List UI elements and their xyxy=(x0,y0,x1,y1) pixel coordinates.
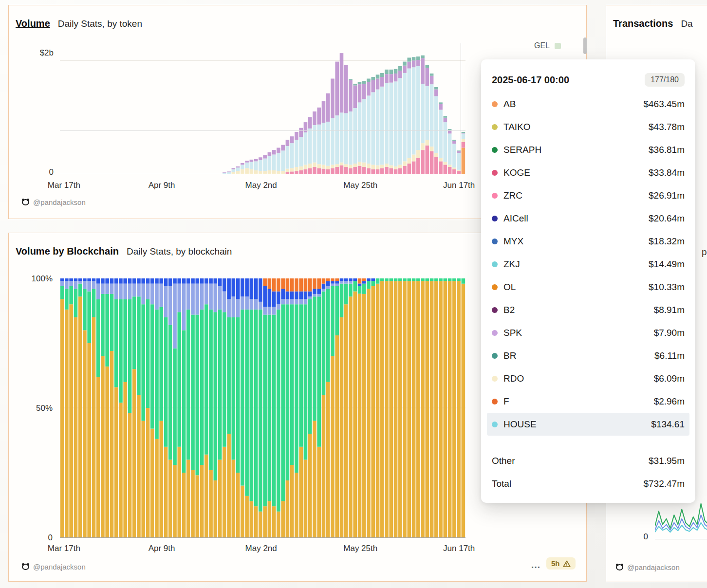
token-value: $6.09m xyxy=(654,373,685,384)
tooltip-row-rdo: RDO$6.09m xyxy=(492,367,685,390)
tooltip-row-koge: KOGE$33.84m xyxy=(492,161,685,184)
volume-chart[interactable] xyxy=(60,49,465,174)
token-label: SPK xyxy=(503,328,522,338)
token-value: $26.91m xyxy=(649,190,685,201)
staleness-badge[interactable]: 5h xyxy=(546,557,576,570)
crosshair-vertical xyxy=(461,43,461,174)
volume-x-ticks: Mar 17thApr 9thMay 2ndMay 25thJun 17th xyxy=(60,181,465,191)
tooltip-row-spk: SPK$7.90m xyxy=(492,321,685,344)
token-color-dot xyxy=(492,124,498,130)
other-label: Other xyxy=(492,456,515,466)
tooltip-row-zrc: ZRC$26.91m xyxy=(492,184,685,207)
token-value: $6.11m xyxy=(654,350,685,361)
y-axis-max-label: $2b xyxy=(23,48,54,58)
tooltip-row-myx: MYX$18.32m xyxy=(492,230,685,253)
token-label: AB xyxy=(503,99,516,110)
blockchain-chart[interactable] xyxy=(60,278,465,537)
x-axis-line xyxy=(60,174,465,174)
legend-scrollbar-thumb[interactable] xyxy=(583,37,587,54)
x-tick-label: Apr 9th xyxy=(149,181,175,190)
y-axis-100-label: 100% xyxy=(22,274,53,284)
token-value: $10.33m xyxy=(649,282,685,293)
legend-item-gel[interactable]: GEL xyxy=(534,41,550,50)
token-label: HOUSE xyxy=(503,419,537,430)
attribution-handle[interactable]: @pandajackson xyxy=(33,563,86,571)
token-value: $7.90m xyxy=(654,328,685,338)
attribution-handle[interactable]: @pandajackson xyxy=(33,198,86,206)
other-value: $31.95m xyxy=(649,456,685,466)
token-color-dot xyxy=(492,239,498,244)
token-value: $43.78m xyxy=(649,122,685,132)
chart-tooltip: 2025-06-17 00:00 177/180 AB$463.45mTAIKO… xyxy=(481,59,695,503)
x-tick-label: Jun 17th xyxy=(443,544,475,553)
token-label: KOGE xyxy=(503,167,530,178)
tooltip-counter: 177/180 xyxy=(645,73,685,87)
total-label: Total xyxy=(492,478,511,489)
token-label: SERAPH xyxy=(503,145,541,155)
tooltip-row-house: HOUSE$134.61 xyxy=(487,413,689,436)
gel-swatch-icon xyxy=(555,43,561,49)
x-tick-label: May 2nd xyxy=(245,181,277,190)
y-axis-zero-label: 0 xyxy=(22,533,53,543)
tooltip-row-zkj: ZKJ$14.49m xyxy=(492,253,685,276)
panda-icon xyxy=(22,564,29,570)
token-label: AICell xyxy=(503,213,528,224)
x-tick-label: Apr 9th xyxy=(149,544,175,553)
blockchain-x-ticks: Mar 17thApr 9thMay 2ndMay 25thJun 17th xyxy=(60,544,465,554)
transactions-panel-title: Transactions xyxy=(613,18,673,29)
token-value: $18.32m xyxy=(649,236,685,247)
tooltip-row-aicell: AICell$20.64m xyxy=(492,207,685,230)
token-label: OL xyxy=(503,282,516,293)
token-color-dot xyxy=(492,399,498,404)
x-tick-label: May 25th xyxy=(343,181,377,190)
attribution: @pandajackson xyxy=(22,563,86,571)
token-value: $134.61 xyxy=(651,419,685,430)
y-axis-zero-label: 0 xyxy=(618,532,648,542)
tooltip-total-row: Total $732.47m xyxy=(492,472,685,495)
volume-panel-subtitle: Daily Stats, by token xyxy=(58,18,142,29)
token-color-dot xyxy=(492,330,498,336)
token-color-dot xyxy=(492,261,498,267)
token-legend: GEL xyxy=(534,41,561,50)
panda-icon xyxy=(616,564,623,570)
tooltip-divider-gap xyxy=(492,436,685,449)
token-color-dot xyxy=(492,101,498,107)
total-value: $732.47m xyxy=(643,478,685,489)
tooltip-other-row: Other $31.95m xyxy=(492,449,685,472)
token-value: $8.91m xyxy=(654,305,685,315)
x-tick-label: May 2nd xyxy=(245,544,277,553)
token-label: F xyxy=(503,396,509,407)
panda-icon xyxy=(22,199,29,205)
tooltip-timestamp: 2025-06-17 00:00 xyxy=(492,74,569,86)
token-value: $36.81m xyxy=(649,145,685,155)
token-color-dot xyxy=(492,216,498,221)
more-menu-button[interactable]: … xyxy=(531,559,541,570)
token-label: RDO xyxy=(503,373,524,384)
x-tick-label: Mar 17th xyxy=(48,181,80,190)
token-color-dot xyxy=(492,147,498,153)
blockchain-panel-subtitle: Daily Stats, by blockchain xyxy=(127,246,232,257)
tooltip-row-seraph: SERAPH$36.81m xyxy=(492,138,685,161)
token-color-dot xyxy=(492,376,498,382)
token-label: B2 xyxy=(503,305,515,315)
token-value: $20.64m xyxy=(649,213,685,224)
token-color-dot xyxy=(492,193,498,199)
volume-panel-title[interactable]: Volume xyxy=(16,18,50,29)
attribution-handle[interactable]: @pandajackson xyxy=(627,563,680,571)
crosshair-horizontal xyxy=(60,130,465,131)
transactions-panel-subtitle: Da xyxy=(681,18,692,29)
token-color-dot xyxy=(492,170,498,176)
x-axis-line xyxy=(655,539,707,539)
y-axis-zero-label: 0 xyxy=(23,167,54,177)
tooltip-row-f: F$2.96m xyxy=(492,390,685,413)
tooltip-row-ab: AB$463.45m xyxy=(492,92,685,115)
token-label: MYX xyxy=(503,236,523,247)
x-axis-line xyxy=(60,537,465,538)
tooltip-rows: AB$463.45mTAIKO$43.78mSERAPH$36.81mKOGE$… xyxy=(492,92,685,436)
token-value: $33.84m xyxy=(649,167,685,178)
x-tick-label: May 25th xyxy=(343,544,377,553)
attribution: @pandajackson xyxy=(22,198,86,206)
token-value: $14.49m xyxy=(649,259,685,270)
token-label: ZKJ xyxy=(503,259,520,270)
tooltip-row-ol: OL$10.33m xyxy=(492,276,685,298)
